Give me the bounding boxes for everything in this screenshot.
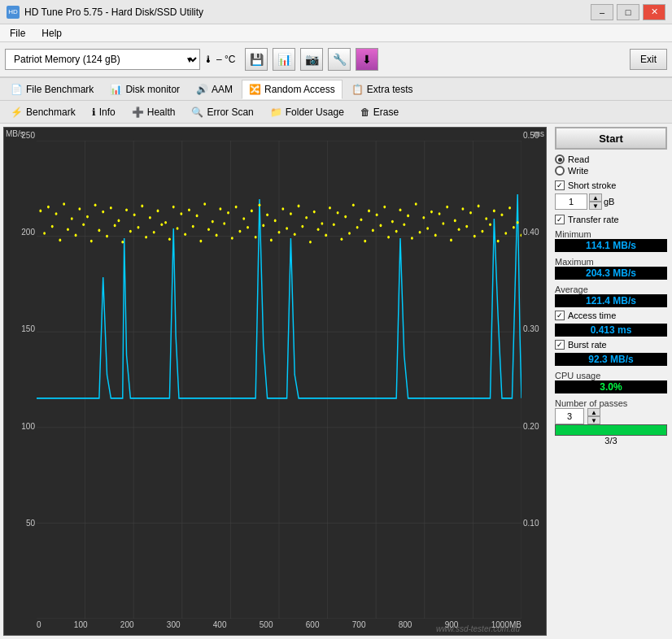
svg-point-115 <box>333 223 335 226</box>
aam-icon: 🔊 <box>196 84 208 95</box>
svg-point-113 <box>317 228 320 231</box>
tab-folder-usage[interactable]: 📁 Folder Usage <box>263 102 351 122</box>
access-time-stat: 0.413 ms <box>555 324 667 337</box>
svg-point-79 <box>51 225 54 228</box>
svg-point-76 <box>508 206 511 210</box>
svg-point-99 <box>207 228 210 231</box>
chart-icon[interactable]: 📊 <box>273 48 295 71</box>
chart-y-left-labels: 250 200 150 100 50 <box>4 128 37 619</box>
svg-point-97 <box>192 225 194 228</box>
download-icon[interactable]: ⬇ <box>356 48 378 71</box>
burst-rate-item[interactable]: Burst rate <box>555 340 667 350</box>
stroke-value-input[interactable] <box>555 193 587 210</box>
svg-point-28 <box>133 213 136 216</box>
short-stroke-checkbox[interactable] <box>555 180 565 190</box>
tab-info-label: Info <box>99 106 116 118</box>
random-access-icon: 🔀 <box>249 84 261 95</box>
settings-icon[interactable]: 🔧 <box>328 48 351 71</box>
tab-file-benchmark-label: File Benchmark <box>26 84 94 95</box>
read-radio-button[interactable] <box>555 154 565 164</box>
tab-health[interactable]: ➕ Health <box>124 102 183 122</box>
svg-point-128 <box>434 234 437 237</box>
svg-point-49 <box>298 205 300 208</box>
svg-point-80 <box>59 239 61 242</box>
tab-extra-tests[interactable]: 📋 Extra tests <box>344 80 421 99</box>
passes-label: Number of passes <box>555 398 667 408</box>
drive-select[interactable]: Patriot Memory (124 gB) <box>5 49 200 70</box>
svg-point-70 <box>461 207 464 211</box>
svg-point-16 <box>39 210 41 213</box>
maximum-stat: Maximum 204.3 MB/s <box>555 255 667 280</box>
tab-random-access[interactable]: 🔀 Random Access <box>242 80 343 99</box>
svg-point-119 <box>364 240 366 243</box>
camera-icon[interactable]: 📷 <box>300 48 323 71</box>
save-icon[interactable]: 💾 <box>245 48 268 71</box>
access-time-label: Access time <box>568 311 616 320</box>
svg-point-66 <box>430 211 433 214</box>
short-stroke-label: Short stroke <box>568 180 616 190</box>
access-time-checkbox[interactable] <box>555 311 565 320</box>
tab-file-benchmark[interactable]: 📄 File Benchmark <box>3 80 101 99</box>
stroke-down-arrow[interactable]: ▼ <box>589 202 602 210</box>
passes-input[interactable] <box>555 408 584 424</box>
tab-erase[interactable]: 🗑 Erase <box>353 102 406 122</box>
svg-point-63 <box>407 215 409 218</box>
svg-point-93 <box>160 223 163 226</box>
menu-file[interactable]: File <box>7 27 28 40</box>
tab-health-label: Health <box>147 106 176 118</box>
tab-random-access-label: Random Access <box>264 84 335 95</box>
svg-point-24 <box>102 211 104 214</box>
passes-up-arrow[interactable]: ▲ <box>587 408 600 416</box>
stroke-up-arrow[interactable]: ▲ <box>589 193 602 202</box>
passes-down-arrow[interactable]: ▼ <box>587 416 600 424</box>
svg-point-130 <box>450 239 452 242</box>
svg-point-27 <box>125 208 128 211</box>
svg-point-26 <box>117 220 120 223</box>
svg-point-134 <box>481 230 483 233</box>
burst-rate-checkbox[interactable] <box>555 340 565 350</box>
svg-point-62 <box>399 208 402 211</box>
svg-point-41 <box>235 206 238 209</box>
menu-help[interactable]: Help <box>38 27 65 40</box>
svg-point-44 <box>259 203 261 206</box>
svg-point-18 <box>55 212 58 215</box>
drive-dropdown-arrow[interactable]: ▼ <box>185 55 194 64</box>
temp-icon: 🌡 <box>203 54 213 65</box>
write-radio-item[interactable]: Write <box>555 166 667 176</box>
svg-point-57 <box>360 218 362 221</box>
average-value: 121.4 MB/s <box>555 294 667 307</box>
transfer-rate-item[interactable]: Transfer rate <box>555 215 667 224</box>
svg-point-38 <box>212 220 214 224</box>
close-button[interactable]: ✕ <box>643 4 665 20</box>
transfer-rate-checkbox[interactable] <box>555 215 565 224</box>
maximize-button[interactable]: □ <box>617 4 639 20</box>
minimize-button[interactable]: – <box>591 4 613 20</box>
svg-point-73 <box>485 217 487 220</box>
benchmark-icon: ⚡ <box>11 106 23 118</box>
svg-point-83 <box>82 223 85 226</box>
svg-point-22 <box>86 215 89 219</box>
transfer-rate-label: Transfer rate <box>568 215 619 224</box>
svg-point-136 <box>497 240 500 243</box>
burst-rate-value: 92.3 MB/s <box>555 353 667 366</box>
options-group: Short stroke <box>555 180 667 190</box>
svg-point-95 <box>177 227 179 230</box>
access-time-item[interactable]: Access time <box>555 311 667 320</box>
svg-point-98 <box>199 240 202 243</box>
exit-button[interactable]: Exit <box>630 49 667 70</box>
chart-area: MB/s ms 250 200 150 100 50 0.50 0.40 0.3… <box>3 127 547 636</box>
tab-info[interactable]: ℹ Info <box>85 102 123 122</box>
tab-disk-monitor[interactable]: 📊 Disk monitor <box>103 80 187 99</box>
tab-folder-usage-label: Folder Usage <box>286 106 344 118</box>
tab-aam[interactable]: 🔊 AAM <box>189 80 240 99</box>
read-radio-item[interactable]: Read <box>555 154 667 164</box>
tab-error-scan[interactable]: 🔍 Error Scan <box>184 102 260 122</box>
tab-benchmark-label: Benchmark <box>26 106 76 118</box>
main-content: MB/s ms 250 200 150 100 50 0.50 0.40 0.3… <box>0 124 672 639</box>
tab-benchmark[interactable]: ⚡ Benchmark <box>3 102 83 122</box>
short-stroke-item[interactable]: Short stroke <box>555 180 667 190</box>
erase-icon: 🗑 <box>360 106 370 118</box>
svg-point-37 <box>203 202 206 206</box>
write-radio-button[interactable] <box>555 166 565 176</box>
start-button[interactable]: Start <box>555 127 667 150</box>
